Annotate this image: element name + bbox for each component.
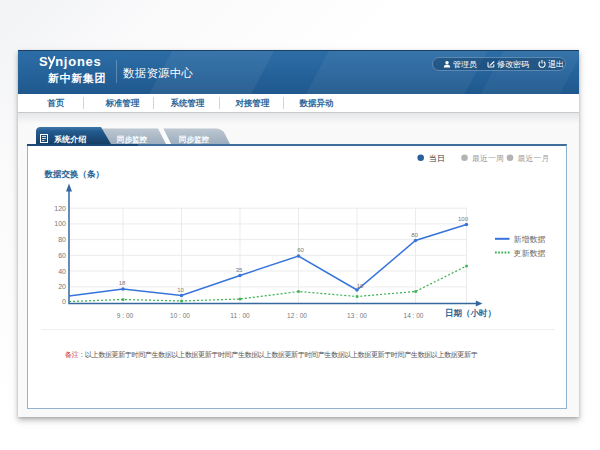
svg-text:120: 120 xyxy=(54,205,66,212)
svg-text:最近一月: 最近一月 xyxy=(518,154,550,163)
svg-text:新增数据: 新增数据 xyxy=(514,235,546,244)
svg-text:60: 60 xyxy=(297,247,304,253)
svg-text:18: 18 xyxy=(119,280,126,286)
svg-text:11 : 00: 11 : 00 xyxy=(230,312,250,319)
svg-text:10: 10 xyxy=(357,283,364,289)
svg-text:80: 80 xyxy=(411,232,418,238)
svg-text:35: 35 xyxy=(236,267,243,273)
svg-text:9 : 00: 9 : 00 xyxy=(117,312,134,319)
svg-text:10: 10 xyxy=(177,287,184,293)
svg-text:40: 40 xyxy=(58,268,66,275)
svg-text:数据交换（条）: 数据交换（条） xyxy=(44,169,105,179)
svg-text:60: 60 xyxy=(58,252,66,259)
svg-text:0: 0 xyxy=(62,298,66,305)
svg-text:14 : 00: 14 : 00 xyxy=(404,312,424,319)
svg-text:20: 20 xyxy=(58,283,66,290)
svg-text:当日: 当日 xyxy=(429,154,445,163)
svg-text:更新数据: 更新数据 xyxy=(514,249,546,258)
svg-text:13 : 00: 13 : 00 xyxy=(347,312,367,319)
svg-text:日期（小时）: 日期（小时） xyxy=(445,308,496,318)
svg-text:100: 100 xyxy=(458,216,469,222)
svg-text:12 : 00: 12 : 00 xyxy=(287,312,307,319)
svg-text:100: 100 xyxy=(54,220,66,227)
svg-text:最近一周: 最近一周 xyxy=(472,154,504,163)
svg-text:80: 80 xyxy=(58,236,66,243)
svg-text:10 : 00: 10 : 00 xyxy=(170,312,190,319)
